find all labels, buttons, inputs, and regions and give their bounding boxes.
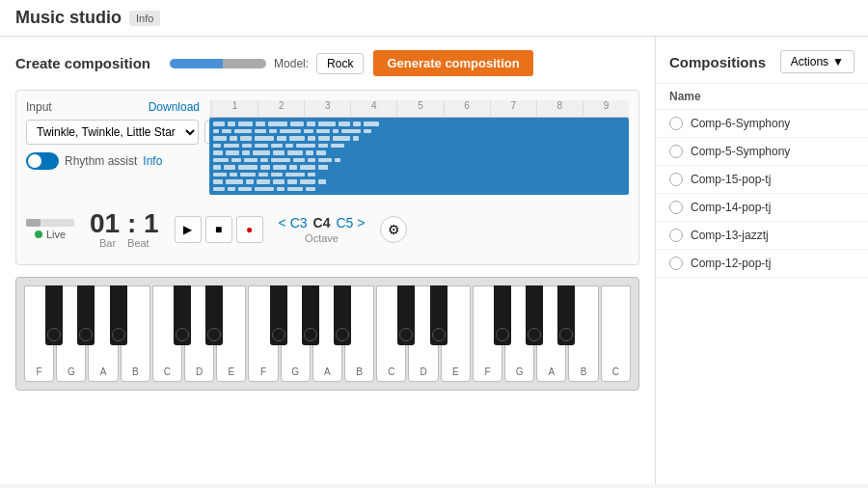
rhythm-row: Rhythm assist Info	[26, 152, 200, 170]
live-label: Live	[35, 229, 66, 240]
composition-row[interactable]: Comp-12-pop-tj	[656, 250, 868, 278]
comp-list: Comp-6-SymphonyComp-5-SymphonyComp-15-po…	[656, 110, 868, 278]
composition-name: Comp-14-pop-tj	[691, 201, 771, 214]
black-key-circle	[176, 328, 189, 341]
name-column-header: Name	[669, 90, 701, 103]
black-key-Gsharp-8[interactable]	[302, 285, 319, 345]
rhythm-info-link[interactable]: Info	[143, 154, 162, 168]
model-slider[interactable]	[170, 59, 266, 68]
comp-table-header: Name	[656, 84, 868, 110]
black-key-circle	[528, 328, 541, 341]
actions-button[interactable]: Actions ▼	[780, 50, 854, 73]
right-panel: Compositions Actions ▼ Name Comp-6-Symph…	[656, 37, 868, 484]
composition-radio[interactable]	[669, 117, 683, 130]
model-label: Model:	[274, 57, 309, 70]
black-key-circle	[112, 328, 125, 341]
download-link[interactable]: Download	[149, 100, 200, 114]
roll-notes	[209, 118, 629, 195]
input-label: Input	[26, 100, 52, 114]
bar-beat-number: 01 : 1	[90, 210, 159, 237]
live-bar	[26, 219, 74, 227]
model-value-button[interactable]: Rock	[316, 53, 364, 74]
black-key-Fsharp-0[interactable]	[45, 285, 63, 345]
black-key-Fsharp-14[interactable]	[494, 285, 511, 345]
record-button[interactable]: ●	[236, 216, 263, 243]
actions-chevron-icon: ▼	[832, 55, 844, 68]
black-key-circle	[304, 328, 317, 341]
input-label-row: Input Download	[26, 100, 200, 114]
piano-keyboard: FGABCDEFGABCDEFGABC	[15, 277, 639, 391]
studio-area: Input Download Twinkle, Twinkle, Little …	[15, 90, 639, 265]
bar-beat-display: 01 : 1 Bar Beat	[90, 210, 159, 249]
black-key-Csharp-4[interactable]	[174, 285, 191, 345]
composition-radio[interactable]	[669, 229, 683, 242]
keys-container: FGABCDEFGABCDEFGABC	[24, 285, 631, 382]
black-key-Dsharp-5[interactable]	[205, 285, 223, 345]
live-indicator: Live	[26, 219, 74, 240]
main-layout: Create composition Model: Rock Generate …	[0, 37, 868, 484]
composition-name: Comp-5-Symphony	[691, 145, 790, 158]
black-key-circle	[272, 328, 285, 341]
live-dot	[35, 230, 42, 238]
octave-label: Octave	[305, 232, 339, 244]
roll-canvas[interactable]	[209, 118, 629, 195]
black-key-Gsharp-15[interactable]	[526, 285, 543, 345]
composition-row[interactable]: Comp-15-pop-tj	[656, 166, 868, 194]
composition-radio[interactable]	[669, 173, 683, 186]
roll-ruler: 123456789	[209, 100, 629, 118]
composition-radio[interactable]	[669, 145, 683, 158]
black-key-Asharp-9[interactable]	[334, 285, 351, 345]
piano-roll: 123456789	[209, 100, 629, 195]
composition-row[interactable]: Comp-14-pop-tj	[656, 194, 868, 222]
black-key-circle	[207, 328, 221, 341]
beat-label: Beat	[127, 237, 149, 249]
bar-beat-labels: Bar Beat	[99, 237, 149, 249]
composition-row[interactable]: Comp-13-jazztj	[656, 222, 868, 250]
composition-row[interactable]: Comp-5-Symphony	[656, 138, 868, 166]
live-fill	[26, 219, 41, 227]
song-select[interactable]: Twinkle, Twinkle, Little Star	[26, 120, 199, 145]
octave-next-button[interactable]: C5 >	[336, 215, 365, 230]
info-badge[interactable]: Info	[129, 11, 160, 26]
composition-radio[interactable]	[669, 201, 683, 214]
transport-buttons: ▶ ■ ●	[175, 216, 263, 243]
generate-composition-button[interactable]: Generate composition	[373, 50, 532, 76]
black-key-circle	[559, 328, 573, 341]
octave-section: < C3 C4 C5 > Octave	[279, 215, 366, 244]
play-button[interactable]: ▶	[175, 216, 202, 243]
black-key-circle	[79, 328, 93, 341]
black-key-Asharp-16[interactable]	[557, 285, 575, 345]
black-key-circle	[47, 328, 61, 341]
app-title: Music studio	[15, 8, 122, 28]
studio-top-row: Input Download Twinkle, Twinkle, Little …	[26, 100, 629, 195]
octave-prev-button[interactable]: < C3	[279, 215, 308, 230]
black-key-circle	[432, 328, 446, 341]
black-key-Gsharp-1[interactable]	[77, 285, 95, 345]
octave-current: C4	[313, 215, 331, 230]
composition-row[interactable]: Comp-6-Symphony	[656, 110, 868, 138]
black-key-Asharp-2[interactable]	[110, 285, 127, 345]
toggle-knob	[28, 154, 41, 168]
transport-row: Live 01 : 1 Bar Beat ▶ ■ ●	[26, 204, 629, 255]
composition-name: Comp-15-pop-tj	[691, 173, 771, 186]
rhythm-toggle[interactable]	[26, 152, 59, 170]
stop-button[interactable]: ■	[205, 216, 232, 243]
black-key-Fsharp-7[interactable]	[270, 285, 287, 345]
black-key-Dsharp-12[interactable]	[430, 285, 448, 345]
composition-name: Comp-6-Symphony	[691, 117, 790, 130]
white-key-C-18[interactable]: C	[601, 285, 631, 382]
settings-button[interactable]: ⚙	[380, 216, 407, 243]
actions-label: Actions	[791, 55, 828, 68]
composition-radio[interactable]	[669, 257, 683, 270]
compositions-title: Compositions	[669, 54, 766, 70]
bar-label: Bar	[99, 237, 116, 249]
left-panel: Create composition Model: Rock Generate …	[0, 37, 656, 484]
white-keys-row: FGABCDEFGABCDEFGABC	[24, 285, 631, 382]
composition-name: Comp-12-pop-tj	[691, 257, 771, 270]
black-key-circle	[399, 328, 413, 341]
comp-table: Name Comp-6-SymphonyComp-5-SymphonyComp-…	[656, 84, 868, 278]
black-key-Csharp-11[interactable]	[397, 285, 415, 345]
section-title: Create composition	[15, 55, 150, 71]
octave-control: < C3 C4 C5 >	[279, 215, 366, 230]
top-bar: Create composition Model: Rock Generate …	[15, 50, 639, 76]
